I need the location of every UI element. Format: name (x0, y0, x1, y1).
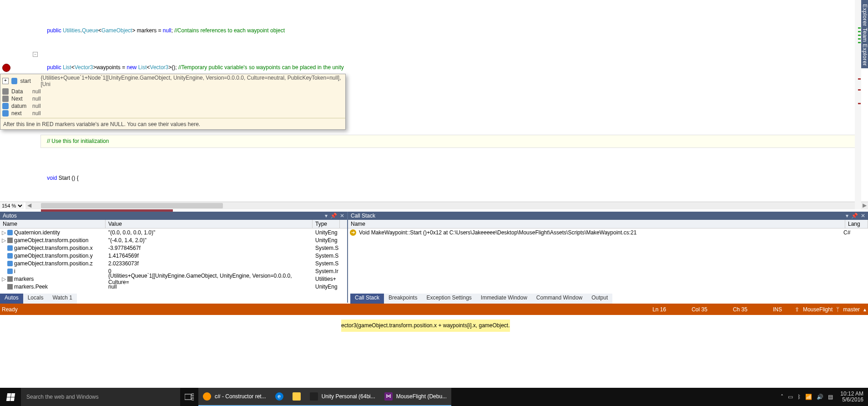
taskbar-app[interactable] (288, 388, 305, 406)
var-type: System.S (313, 260, 340, 267)
bluetooth-icon[interactable]: ᛒ (797, 394, 801, 400)
tab-breakpoints[interactable]: Breakpoints (384, 294, 422, 304)
col-name[interactable]: Name (348, 220, 845, 228)
autos-header[interactable]: Autos ▾📌✕ (0, 212, 347, 220)
wifi-icon[interactable]: 📶 (805, 394, 812, 400)
pin-icon[interactable]: 📌 (851, 213, 858, 219)
close-icon[interactable]: ✕ (340, 213, 344, 219)
col-type[interactable]: Type (313, 220, 340, 228)
var-value[interactable]: "(0.0, 0.0, 0.0, 1.0)" (106, 229, 313, 236)
col-name[interactable]: Name (0, 220, 106, 228)
autos-body[interactable]: ▷Quaternion.identity"(0.0, 0.0, 0.0, 1.0… (0, 228, 347, 303)
tab-command-window[interactable]: Command Window (532, 294, 587, 304)
var-value[interactable]: "(-4.0, 1.4, 2.0)" (106, 237, 313, 244)
horizontal-scrollbar[interactable] (33, 202, 861, 209)
wrench-icon (2, 96, 9, 102)
tab-output[interactable]: Output (587, 294, 612, 304)
autos-row[interactable]: ▷gameObject.transform.position"(-4.0, 1.… (0, 236, 347, 244)
callstack-body[interactable]: ➔ Void MakeWaypoint::Start ()+0x12 at C:… (348, 228, 868, 303)
search-input[interactable]: Search the web and Windows (21, 388, 180, 406)
frame-name: Void MakeWaypoint::Start ()+0x12 at C:\U… (359, 229, 843, 236)
panel-title: Call Stack (351, 213, 375, 219)
zoom-select[interactable]: 154 % (0, 203, 24, 209)
autos-row[interactable]: markers.PeeknullUnityEng (0, 283, 347, 290)
pin-icon[interactable]: 📌 (330, 213, 337, 219)
expand-icon[interactable]: + (2, 78, 9, 84)
expand-icon[interactable]: ▷ (2, 229, 6, 236)
field-icon (7, 269, 13, 274)
tooltip-row: nextnull (0, 110, 345, 117)
field-icon (11, 78, 18, 84)
taskbar-app[interactable]: e (271, 388, 288, 406)
clock[interactable]: 10:12 AM5/6/2016 (838, 391, 866, 403)
collapse-toggle[interactable]: − (33, 52, 38, 57)
taskview-icon (185, 393, 194, 401)
wrench-icon (7, 284, 13, 289)
frame-lang: C# (843, 229, 866, 236)
app-label: MouseFlight (Debu... (396, 393, 447, 400)
debug-tooltip: +start{Utilities+Queue`1+Node`1[[UnityEn… (0, 74, 346, 130)
autos-row[interactable]: gameObject.transform.position.y1.4176456… (0, 252, 347, 259)
tab-call-stack[interactable]: Call Stack (350, 294, 384, 304)
autos-row[interactable]: ▷markers{Utilities+Queue`1[[UnityEngine.… (0, 275, 347, 283)
tooltip-row: Datanull (0, 88, 345, 95)
expand-icon[interactable]: ▷ (2, 237, 6, 244)
col-value[interactable]: Value (106, 220, 313, 228)
taskbar-app[interactable]: c# - Constructor ret... (198, 388, 271, 406)
minimap-scrollbar[interactable] (855, 0, 861, 209)
tab-watch-1[interactable]: Watch 1 (48, 294, 77, 304)
tab-autos[interactable]: Autos (0, 294, 23, 304)
var-name: gameObject.transform.position.y (14, 253, 93, 259)
windows-icon (6, 393, 15, 401)
volume-icon[interactable]: 🔊 (817, 394, 823, 400)
autos-row[interactable]: ▷Quaternion.identity"(0.0, 0.0, 0.0, 1.0… (0, 228, 347, 236)
var-name: markers (14, 276, 34, 282)
bottom-tabstrips: AutosLocalsWatch 1 Call StackBreakpoints… (0, 294, 868, 304)
var-value[interactable]: -3.97784567f (106, 245, 313, 251)
scroll-left-button[interactable]: ◀ (25, 202, 33, 209)
status-bar: Ready Ln 16 Col 35 Ch 35 INS ⇪ MouseFlig… (0, 304, 868, 315)
var-type: System.Ir (313, 268, 340, 274)
chevron-up-icon: ▴ (863, 306, 866, 313)
app-label: c# - Constructor ret... (215, 393, 266, 400)
taskbar-app[interactable]: Unity Personal (64bi... (305, 388, 380, 406)
var-name: gameObject.transform.position.x (14, 245, 93, 251)
var-name: markers.Peek (14, 284, 48, 290)
system-tray[interactable]: ˄ ▭ ᛒ 📶 🔊 ▤ 10:12 AM5/6/2016 (781, 391, 868, 403)
battery-icon[interactable]: ▭ (788, 394, 793, 400)
var-value[interactable]: null (106, 284, 313, 290)
callstack-columns: Name Lang (348, 220, 868, 228)
action-center-icon[interactable]: ▤ (828, 394, 833, 400)
var-type: UnityEng (313, 237, 340, 244)
field-icon (2, 103, 9, 109)
taskbar-app[interactable]: ⋈MouseFlight (Debu... (380, 388, 451, 406)
chevron-up-icon[interactable]: ˄ (781, 394, 783, 400)
breakpoint-icon[interactable] (2, 64, 10, 72)
git-status[interactable]: ⇪ MouseFlight ᛘ master ▴ (795, 306, 866, 313)
tab-exception-settings[interactable]: Exception Settings (422, 294, 476, 304)
callstack-header[interactable]: Call Stack ▾📌✕ (348, 212, 868, 220)
col-lang[interactable]: Lang (845, 220, 868, 228)
dropdown-icon[interactable]: ▾ (846, 213, 848, 219)
tab-locals[interactable]: Locals (23, 294, 48, 304)
task-view-button[interactable] (180, 388, 198, 406)
status-ready: Ready (2, 306, 18, 313)
var-name: gameObject.transform.position (14, 237, 88, 244)
expand-icon[interactable]: ▷ (2, 276, 6, 282)
app-icon (310, 392, 318, 401)
status-col: Col 35 (679, 306, 720, 313)
team-explorer-tab[interactable]: Explorer Team Explorer (861, 0, 868, 68)
tooltip-note: After this line in RED markers variable'… (0, 119, 345, 129)
tooltip-row: +start{Utilities+Queue`1+Node`1[[UnityEn… (0, 74, 345, 88)
dropdown-icon[interactable]: ▾ (325, 213, 328, 219)
var-value[interactable]: 2.02336073f (106, 260, 313, 267)
var-value[interactable]: 1.41764569f (106, 253, 313, 259)
branch-icon: ᛘ (836, 306, 839, 313)
tab-immediate-window[interactable]: Immediate Window (476, 294, 532, 304)
callstack-row[interactable]: ➔ Void MakeWaypoint::Start ()+0x12 at C:… (348, 228, 868, 237)
start-button[interactable] (0, 388, 21, 406)
autos-row[interactable]: gameObject.transform.position.z2.0233607… (0, 259, 347, 267)
scroll-right-button[interactable]: ▶ (861, 202, 868, 209)
close-icon[interactable]: ✕ (861, 213, 865, 219)
autos-row[interactable]: gameObject.transform.position.x-3.977845… (0, 244, 347, 252)
